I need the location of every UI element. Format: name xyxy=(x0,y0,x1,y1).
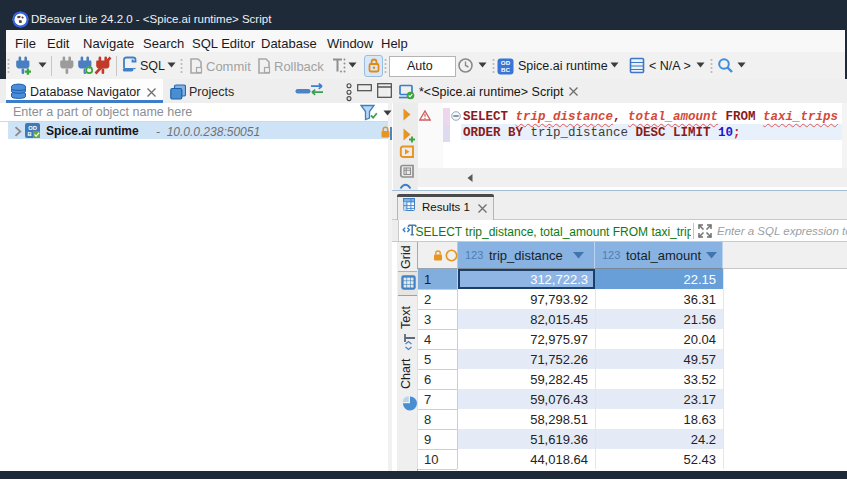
svg-text:B: B xyxy=(28,131,32,137)
svg-text:OD: OD xyxy=(28,124,37,130)
svg-text:BC: BC xyxy=(501,66,510,73)
svg-text:OD: OD xyxy=(501,59,511,66)
